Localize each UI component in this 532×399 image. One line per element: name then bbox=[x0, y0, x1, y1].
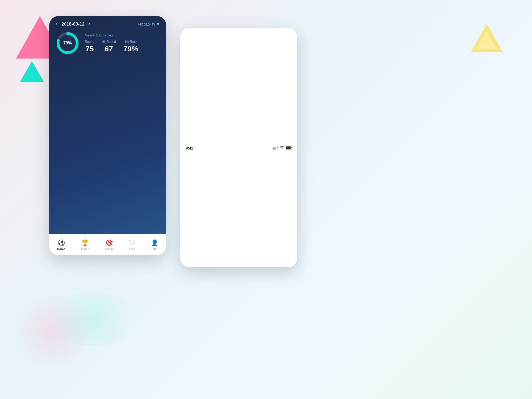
next-arrow[interactable]: › bbox=[89, 21, 90, 27]
nav-club[interactable]: 🛡 Club bbox=[129, 239, 135, 251]
bottom-nav: ⚽ Home 🏆 Game 🎯 Guess 🛡 Club 👤 Me bbox=[49, 234, 166, 255]
deco-triangle-cyan bbox=[20, 61, 44, 82]
donut-chart: 79% bbox=[56, 31, 80, 55]
prob-label: Probability bbox=[138, 22, 155, 26]
status-time: 9:41 bbox=[186, 146, 193, 150]
battery-icon bbox=[286, 146, 292, 150]
svg-rect-5 bbox=[277, 146, 277, 149]
prob-arrow: ▼ bbox=[156, 22, 160, 26]
deco-triangle-gold bbox=[471, 24, 503, 52]
nav-me[interactable]: 👤 Me bbox=[151, 239, 158, 251]
header-stats: ‹ 2018-03-12 › Probability ▼ 79% Nearly … bbox=[49, 16, 166, 255]
stats-info: Nearly 100 games Round 75 Hit Round 67 H… bbox=[85, 33, 160, 53]
signal-icon bbox=[273, 146, 278, 150]
status-icons bbox=[273, 146, 292, 150]
stats-row: 79% Nearly 100 games Round 75 Hit Round … bbox=[56, 31, 160, 55]
svg-rect-4 bbox=[276, 147, 276, 149]
hit-rate-value: 79% bbox=[123, 45, 138, 53]
game-label: Game bbox=[81, 247, 89, 251]
nearly-label: Nearly 100 games bbox=[85, 33, 160, 37]
status-bar: 9:41 bbox=[180, 28, 297, 267]
prev-arrow[interactable]: ‹ bbox=[56, 21, 57, 27]
round-value: 75 bbox=[85, 45, 94, 53]
deco-blob-cyan bbox=[40, 293, 146, 346]
nav-game[interactable]: 🏆 Game bbox=[81, 239, 89, 251]
club-label: Club bbox=[129, 247, 135, 251]
guess-label: Guess bbox=[105, 247, 114, 251]
hit-round-stat: Hit Round 67 bbox=[102, 40, 116, 53]
svg-rect-2 bbox=[273, 148, 274, 149]
round-stat: Round 75 bbox=[85, 40, 94, 53]
hit-rate-label: Hit Rate bbox=[123, 40, 138, 44]
hit-round-label: Hit Round bbox=[102, 40, 116, 44]
left-phone: ‹ 2018-03-12 › Probability ▼ 79% Nearly … bbox=[49, 16, 166, 255]
deco-triangle-gold-inner bbox=[477, 31, 497, 49]
game-icon: 🏆 bbox=[81, 239, 89, 246]
hit-rate-stat: Hit Rate 79% bbox=[123, 40, 138, 53]
nav-guess[interactable]: 🎯 Guess bbox=[105, 239, 114, 251]
round-label: Round bbox=[85, 40, 94, 44]
wifi-icon bbox=[280, 146, 284, 150]
svg-rect-7 bbox=[291, 147, 292, 148]
hit-round-value: 67 bbox=[102, 45, 116, 53]
right-phone: 9:41 bbox=[180, 28, 297, 267]
date-label: 2018-03-12 bbox=[61, 22, 85, 27]
me-icon: 👤 bbox=[151, 239, 158, 246]
svg-rect-8 bbox=[286, 147, 291, 149]
guess-icon: 🎯 bbox=[106, 239, 113, 246]
home-label: Home bbox=[57, 247, 65, 251]
club-icon: 🛡 bbox=[129, 239, 135, 246]
home-icon: ⚽ bbox=[58, 239, 65, 246]
nav-date: ‹ 2018-03-12 › bbox=[56, 21, 90, 27]
donut-pct: 79% bbox=[63, 41, 72, 45]
nav-home[interactable]: ⚽ Home bbox=[57, 239, 65, 251]
me-label: Me bbox=[153, 247, 157, 251]
probability-btn[interactable]: Probability ▼ bbox=[138, 22, 160, 26]
svg-rect-3 bbox=[275, 147, 275, 149]
nav-row: ‹ 2018-03-12 › Probability ▼ bbox=[56, 21, 160, 27]
stats-cols: Round 75 Hit Round 67 Hit Rate 79% bbox=[85, 40, 160, 53]
